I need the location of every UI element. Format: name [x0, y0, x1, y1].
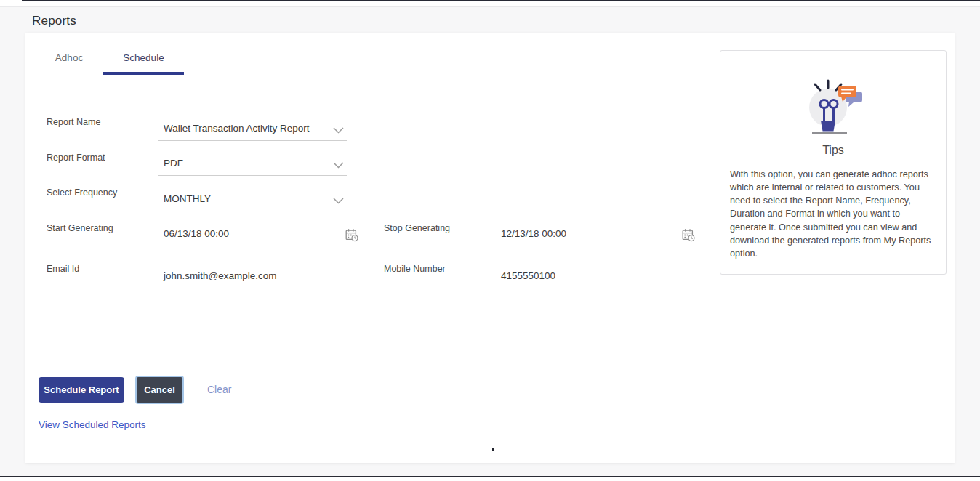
stop-generating-label: Stop Generating: [384, 223, 450, 233]
tips-panel: Tips With this option, you can generate …: [720, 50, 947, 275]
chevron-down-icon: [333, 162, 344, 169]
email-id-label: Email Id: [47, 264, 79, 274]
reports-screen: Reports Adhoc Schedule Report Name Walle…: [0, 0, 980, 481]
report-format-select[interactable]: PDF: [158, 155, 347, 176]
select-frequency-label: Select Frequency: [47, 187, 117, 198]
view-scheduled-reports-link[interactable]: View Scheduled Reports: [39, 419, 146, 430]
top-border-line: [22, 0, 980, 1]
tab-schedule[interactable]: Schedule: [103, 46, 184, 73]
mobile-number-value: 4155550100: [501, 270, 555, 281]
chevron-down-icon: [333, 198, 344, 204]
clear-link[interactable]: Clear: [207, 384, 231, 395]
calendar-clock-icon[interactable]: [682, 228, 695, 242]
tab-adhoc-label: Adhoc: [55, 52, 83, 63]
start-generating-input[interactable]: 06/13/18 00:00: [158, 226, 360, 246]
stray-dot: [492, 448, 494, 451]
bottom-border-line: [0, 476, 980, 477]
page-title: Reports: [32, 14, 76, 28]
email-id-input[interactable]: john.smith@example.com: [158, 268, 360, 288]
report-name-select[interactable]: Wallet Transaction Activity Report: [158, 121, 347, 141]
report-name-label: Report Name: [47, 117, 100, 127]
start-generating-label: Start Generating: [47, 223, 113, 233]
schedule-report-button[interactable]: Schedule Report: [39, 377, 124, 403]
tab-bar: Adhoc Schedule: [32, 46, 696, 73]
report-name-value: Wallet Transaction Activity Report: [164, 123, 310, 134]
calendar-clock-icon[interactable]: [345, 228, 358, 242]
start-generating-value: 06/13/18 00:00: [164, 228, 229, 239]
reports-card: Adhoc Schedule Report Name Wallet Transa…: [25, 33, 955, 463]
stop-generating-value: 12/13/18 00:00: [501, 228, 566, 239]
tab-schedule-label: Schedule: [123, 52, 164, 63]
active-tab-indicator: [103, 72, 184, 75]
lightbulb-chat-icon: [800, 74, 866, 137]
select-frequency-value: MONTHLY: [164, 193, 211, 204]
select-frequency-select[interactable]: MONTHLY: [158, 191, 347, 211]
mobile-number-label: Mobile Number: [384, 264, 446, 274]
tab-adhoc[interactable]: Adhoc: [44, 46, 95, 73]
email-id-value: john.smith@example.com: [164, 270, 277, 281]
report-format-label: Report Format: [47, 153, 105, 163]
report-format-value: PDF: [164, 158, 183, 169]
tips-body: With this option, you can generate adhoc…: [730, 168, 936, 260]
mobile-number-input[interactable]: 4155550100: [495, 268, 696, 288]
stop-generating-input[interactable]: 12/13/18 00:00: [495, 226, 696, 246]
tips-title: Tips: [720, 144, 946, 157]
cancel-button[interactable]: Cancel: [135, 376, 184, 404]
chevron-down-icon: [333, 127, 344, 134]
